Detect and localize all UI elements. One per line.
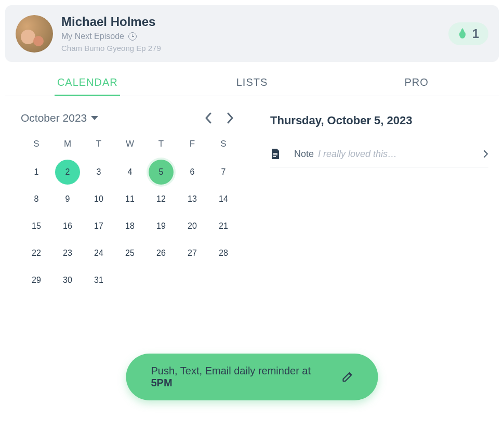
day-cell[interactable]: 20 bbox=[177, 213, 208, 240]
episode-text: Cham Bumo Gyeong Ep 279 bbox=[61, 44, 161, 53]
user-name: Michael Holmes bbox=[61, 15, 161, 29]
reminder-prefix: Push, Text, Email daily reminder at bbox=[151, 365, 311, 376]
day-cell bbox=[114, 267, 145, 294]
day-cell[interactable]: 29 bbox=[21, 267, 52, 294]
detail-panel: Thursday, October 5, 2023 Note I really … bbox=[270, 112, 488, 294]
month-nav bbox=[205, 112, 234, 124]
next-month-button[interactable] bbox=[227, 112, 234, 124]
day-cell[interactable]: 7 bbox=[208, 159, 239, 186]
tab-lists[interactable]: LISTS bbox=[170, 67, 335, 96]
day-cell[interactable]: 19 bbox=[145, 213, 177, 240]
note-row[interactable]: Note I really loved this… bbox=[270, 142, 488, 167]
note-body: Note I really loved this… bbox=[294, 149, 470, 160]
week-row: 293031 bbox=[21, 267, 239, 294]
calendar-panel: October 2023 S M T W T F S 1234567891011… bbox=[21, 112, 239, 294]
header-left: Michael Holmes My Next Episode Cham Bumo… bbox=[16, 15, 161, 53]
reminder-time: 5PM bbox=[151, 377, 173, 388]
day-cell[interactable]: 15 bbox=[21, 213, 52, 240]
day-cell[interactable]: 9 bbox=[52, 186, 83, 213]
header-card: Michael Holmes My Next Episode Cham Bumo… bbox=[5, 5, 499, 62]
weekday: W bbox=[114, 135, 145, 153]
next-episode-label: My Next Episode bbox=[61, 32, 124, 41]
content: October 2023 S M T W T F S 1234567891011… bbox=[0, 96, 504, 294]
streak-count: 1 bbox=[472, 27, 479, 41]
prev-month-button[interactable] bbox=[205, 112, 212, 124]
tab-calendar[interactable]: CALENDAR bbox=[5, 67, 170, 96]
date-heading: Thursday, October 5, 2023 bbox=[270, 114, 488, 127]
week-row: 891011121314 bbox=[21, 186, 239, 213]
chevron-right-icon bbox=[483, 150, 488, 158]
reminder-button[interactable]: Push, Text, Email daily reminder at 5PM bbox=[126, 354, 378, 400]
tabs: CALENDAR LISTS PRO bbox=[5, 67, 499, 96]
svg-rect-0 bbox=[273, 153, 277, 154]
flame-icon bbox=[458, 28, 467, 40]
day-cell[interactable]: 17 bbox=[83, 213, 114, 240]
day-cell[interactable]: 30 bbox=[52, 267, 83, 294]
day-cell[interactable]: 22 bbox=[21, 240, 52, 267]
day-cell[interactable]: 26 bbox=[145, 240, 177, 267]
weekday-row: S M T W T F S bbox=[21, 135, 239, 152]
day-cell[interactable]: 12 bbox=[145, 186, 177, 213]
day-cell[interactable]: 25 bbox=[114, 240, 145, 267]
pencil-icon bbox=[342, 371, 353, 383]
weekday: T bbox=[145, 135, 177, 153]
day-cell[interactable]: 31 bbox=[83, 267, 114, 294]
month-label: October 2023 bbox=[21, 112, 87, 124]
day-cell[interactable]: 28 bbox=[208, 240, 239, 267]
next-episode-row: My Next Episode bbox=[61, 32, 161, 41]
calendar-grid: 1234567891011121314151617181920212223242… bbox=[21, 159, 239, 294]
day-cell bbox=[177, 267, 208, 294]
day-cell[interactable]: 24 bbox=[83, 240, 114, 267]
day-cell[interactable]: 16 bbox=[52, 213, 83, 240]
clock-icon bbox=[128, 32, 137, 41]
reminder-text: Push, Text, Email daily reminder at 5PM bbox=[151, 365, 334, 389]
tab-pro[interactable]: PRO bbox=[334, 67, 499, 96]
avatar[interactable] bbox=[16, 15, 53, 53]
day-cell[interactable]: 14 bbox=[208, 186, 239, 213]
day-cell[interactable]: 11 bbox=[114, 186, 145, 213]
week-row: 22232425262728 bbox=[21, 240, 239, 267]
weekday: T bbox=[83, 135, 114, 153]
week-row: 15161718192021 bbox=[21, 213, 239, 240]
day-cell[interactable]: 2 bbox=[52, 159, 83, 186]
day-cell bbox=[208, 267, 239, 294]
user-info: Michael Holmes My Next Episode Cham Bumo… bbox=[61, 15, 161, 53]
day-cell[interactable]: 18 bbox=[114, 213, 145, 240]
note-icon bbox=[270, 148, 281, 160]
month-row: October 2023 bbox=[21, 112, 239, 124]
day-cell[interactable]: 13 bbox=[177, 186, 208, 213]
note-label: Note bbox=[294, 149, 314, 160]
day-cell[interactable]: 10 bbox=[83, 186, 114, 213]
svg-rect-2 bbox=[273, 156, 276, 157]
day-cell[interactable]: 23 bbox=[52, 240, 83, 267]
weekday: F bbox=[177, 135, 208, 153]
chevron-down-icon bbox=[91, 116, 98, 120]
day-cell[interactable]: 3 bbox=[83, 159, 114, 186]
day-cell[interactable]: 4 bbox=[114, 159, 145, 186]
weekday: S bbox=[21, 135, 52, 153]
streak-badge[interactable]: 1 bbox=[448, 22, 488, 45]
day-cell[interactable]: 6 bbox=[177, 159, 208, 186]
svg-rect-1 bbox=[273, 154, 277, 155]
note-preview: I really loved this… bbox=[318, 149, 397, 160]
day-cell[interactable]: 5 bbox=[145, 159, 177, 186]
week-row: 1234567 bbox=[21, 159, 239, 186]
day-cell[interactable]: 21 bbox=[208, 213, 239, 240]
weekday: M bbox=[52, 135, 83, 153]
weekday: S bbox=[208, 135, 239, 153]
month-picker[interactable]: October 2023 bbox=[21, 112, 98, 124]
day-cell[interactable]: 8 bbox=[21, 186, 52, 213]
day-cell[interactable]: 27 bbox=[177, 240, 208, 267]
day-cell bbox=[145, 267, 177, 294]
day-cell[interactable]: 1 bbox=[21, 159, 52, 186]
